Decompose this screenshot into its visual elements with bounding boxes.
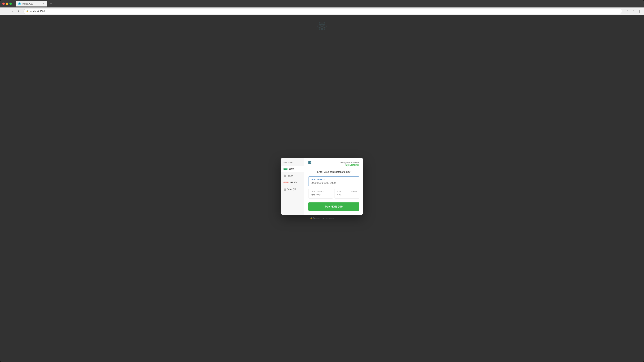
browser-window: ⚛ React App × + ‹ › ↻ 🔒 localhost:3000 ☆… <box>0 0 644 362</box>
footer-lock-icon: 🔒 <box>310 217 312 219</box>
url-text: localhost:3000 <box>30 10 45 13</box>
paystack-bar-2 <box>308 162 310 163</box>
modal-overlay: × PAY WITH Card <box>0 15 644 362</box>
sidebar-ussd-label: USSD <box>290 181 296 184</box>
cvv-header: CVV HELP? <box>337 191 357 193</box>
tab-close-button[interactable]: × <box>42 2 45 5</box>
card-number-label: CARD NUMBER <box>311 178 357 180</box>
active-tab[interactable]: ⚛ React App × <box>16 1 47 7</box>
sidebar-visaqr-label: Visa QR <box>288 188 296 191</box>
expiry-label: CARD EXPIRY <box>311 191 330 193</box>
sidebar-item-visa-qr[interactable]: ▦ Visa QR <box>281 186 304 193</box>
browser-titlebar: ⚛ React App × + <box>0 0 644 8</box>
card-icon <box>284 168 288 170</box>
menu-icon[interactable]: ⋮ <box>637 9 642 14</box>
bookmark-icon[interactable]: ☆ <box>625 9 630 14</box>
bank-icon: 🏛 <box>284 174 286 177</box>
expiry-field[interactable]: CARD EXPIRY <box>308 189 333 199</box>
modal-close-button[interactable]: × <box>356 160 361 165</box>
address-bar[interactable]: 🔒 localhost:3000 <box>24 9 622 14</box>
tab-favicon: ⚛ <box>18 2 21 5</box>
close-traffic-light[interactable] <box>2 3 5 5</box>
svg-rect-5 <box>284 168 287 169</box>
forward-button[interactable]: › <box>10 9 15 14</box>
card-number-field[interactable]: CARD NUMBER <box>308 176 359 186</box>
new-badge: NEW <box>284 182 288 183</box>
expiry-input[interactable] <box>311 194 330 197</box>
sidebar-bank-label: Bank <box>288 174 293 177</box>
pay-button[interactable]: Pay NGN 200 <box>308 203 359 211</box>
brand-name: paystack <box>325 217 334 219</box>
extensions-icon[interactable]: ⠿ <box>631 9 636 14</box>
paystack-bars-icon <box>308 161 312 164</box>
browser-toolbar: ‹ › ↻ 🔒 localhost:3000 ☆ ⠿ ⋮ <box>0 8 644 15</box>
back-button[interactable]: ‹ <box>2 9 8 14</box>
pay-label: Pay <box>344 164 349 166</box>
card-number-group: CARD NUMBER <box>308 176 359 186</box>
modal-sidebar: PAY WITH Card 🏛 <box>281 158 304 215</box>
cvv-field[interactable]: CVV HELP? <box>334 189 359 199</box>
sidebar-item-bank[interactable]: 🏛 Bank <box>281 172 304 179</box>
paystack-bar-1 <box>308 161 312 162</box>
cvv-input[interactable] <box>337 194 357 197</box>
new-tab-button[interactable]: + <box>48 1 54 7</box>
traffic-lights <box>2 3 12 5</box>
expiry-cvv-row: CARD EXPIRY CVV HELP? <box>308 189 359 199</box>
lock-icon: 🔒 <box>26 10 28 12</box>
modal-main: user@example.com Pay NGN 200 Enter your … <box>304 158 363 215</box>
cvv-help[interactable]: HELP? <box>351 191 357 193</box>
tab-bar: ⚛ React App × + <box>16 1 54 7</box>
maximize-traffic-light[interactable] <box>10 3 12 5</box>
secured-by-text: Secured by <box>313 217 324 219</box>
reload-button[interactable]: ↻ <box>16 9 22 14</box>
card-number-input[interactable] <box>311 182 357 184</box>
sidebar-item-card[interactable]: Card <box>281 166 304 172</box>
form-title: Enter your card details to pay <box>308 170 359 173</box>
browser-content: × PAY WITH Card <box>0 15 644 362</box>
qr-icon: ▦ <box>284 188 286 191</box>
tab-title: React App <box>22 2 33 5</box>
sidebar-card-label: Card <box>289 168 294 170</box>
sidebar-header: PAY WITH <box>281 161 304 163</box>
secured-footer: 🔒 Secured by paystack <box>310 217 334 219</box>
paystack-logo <box>308 161 312 164</box>
cvv-label: CVV <box>337 191 341 193</box>
modal-header: user@example.com Pay NGN 200 <box>308 161 359 166</box>
minimize-traffic-light[interactable] <box>6 3 8 5</box>
toolbar-actions: ☆ ⠿ ⋮ <box>625 9 642 14</box>
payment-modal: × PAY WITH Card <box>281 158 363 215</box>
paystack-bar-3 <box>308 163 312 164</box>
svg-rect-4 <box>284 168 287 170</box>
sidebar-item-ussd[interactable]: NEW USSD <box>281 179 304 186</box>
